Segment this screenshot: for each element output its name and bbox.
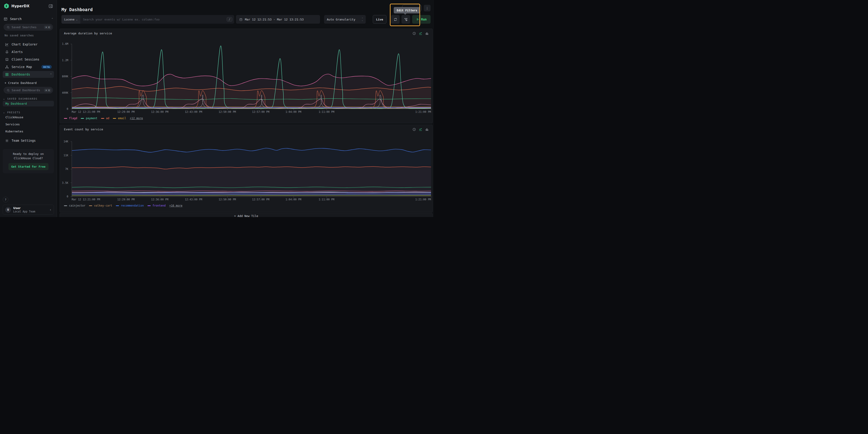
legend-item[interactable]: payment <box>81 117 97 120</box>
clickhouse-cloud-card: Ready to deploy on ClickHouse Cloud? Get… <box>3 149 54 173</box>
chart-panel-avg-duration: Average duration by service 1.6M1.2M800K… <box>60 29 433 123</box>
y-tick-label: 1.6M <box>62 42 68 45</box>
legend-swatch <box>64 118 67 119</box>
y-tick-label: 11K <box>63 154 68 157</box>
filter-edit-icon <box>404 18 408 22</box>
saved-dashboards-group-header[interactable]: ⌄ SAVED DASHBOARDS <box>0 97 57 100</box>
saved-dashboards-input[interactable]: Saved Dashboards ⌘ K <box>4 87 53 94</box>
legend-item[interactable]: cainjector <box>64 204 85 207</box>
sidebar-item-dashboards[interactable]: Dashboards ⌃ <box>3 71 54 78</box>
granularity-select[interactable]: Auto Granularity ⌃⌄ <box>324 15 366 24</box>
plot-area[interactable] <box>72 141 431 197</box>
chevron-down-icon: ⌄ <box>3 97 5 100</box>
search-section-label: Search <box>10 17 49 21</box>
page-title: My Dashboard <box>61 7 93 12</box>
chart-toolbar <box>412 32 429 35</box>
add-new-tile-button[interactable]: + Add New Tile <box>60 213 433 217</box>
y-tick-label: 1.2M <box>62 59 68 62</box>
bar-chart-icon[interactable] <box>425 128 429 131</box>
legend-label: cainjector <box>69 204 85 207</box>
sidebar-item-chart-explorer[interactable]: Chart Explorer <box>3 41 54 48</box>
run-label: Run <box>421 18 427 21</box>
chevron-up-icon: ⌃ <box>52 18 53 21</box>
sidebar-item-label: Service Map <box>11 65 39 69</box>
legend-more-link[interactable]: +16 more <box>169 204 183 207</box>
x-tick-mark <box>126 196 126 198</box>
x-tick-label: 1:11:00 PM <box>319 110 334 113</box>
legend-item[interactable]: recommendation <box>116 204 144 207</box>
user-meta: User Local App Team <box>13 206 47 213</box>
y-tick-mark <box>70 60 72 60</box>
clock-icon[interactable] <box>412 128 416 131</box>
y-tick-label: 400K <box>62 91 68 94</box>
y-tick-label: 7K <box>65 167 68 171</box>
y-tick-label: 3.5K <box>62 181 68 185</box>
chart-legend: flagdpaymentademail+12 more <box>64 117 143 120</box>
sidebar-item-client-sessions[interactable]: Client Sessions <box>3 56 54 63</box>
cloud-cta-text: Ready to deploy on ClickHouse Cloud? <box>5 152 52 161</box>
x-tick-label: 12:36:00 PM <box>151 110 168 113</box>
get-started-button[interactable]: Get Started for Free <box>8 163 49 170</box>
legend-label: flagd <box>69 117 77 120</box>
clock-icon[interactable] <box>412 32 416 35</box>
query-language-dropdown[interactable]: Lucene ⌄ <box>61 15 80 24</box>
chart-toolbar <box>412 128 429 131</box>
y-tick-label: 800K <box>62 75 68 78</box>
search-section-icon <box>4 17 7 21</box>
legend-more-link[interactable]: +12 more <box>130 117 143 120</box>
search-icon <box>7 89 10 92</box>
date-range-picker[interactable]: Mar 12 12:21:53 - Mar 12 13:21:53 <box>236 15 320 24</box>
query-search-bar: Lucene ⌄ Search your events w/ Lucene ex… <box>61 15 234 24</box>
x-tick-mark <box>261 109 261 110</box>
legend-item[interactable]: flagd <box>64 117 77 120</box>
refresh-button[interactable] <box>391 15 400 24</box>
user-card[interactable]: U User Local App Team › <box>3 205 54 215</box>
sidebar-collapse-icon[interactable] <box>49 4 53 8</box>
x-tick-mark <box>327 196 327 198</box>
x-tick-label: 12:36:00 PM <box>151 198 168 201</box>
y-tick-mark <box>70 169 72 169</box>
app-title: HyperDX <box>11 4 46 8</box>
team-settings-label: Team Settings <box>11 139 36 142</box>
plot-area[interactable] <box>72 44 431 109</box>
preset-clickhouse[interactable]: ClickHouse <box>3 114 54 120</box>
x-tick-label: 12:29:00 PM <box>117 198 134 201</box>
laptop-icon <box>5 58 9 61</box>
bar-chart-icon[interactable] <box>425 32 429 35</box>
preset-kubernetes[interactable]: Kubernetes <box>3 129 54 134</box>
avatar: U <box>5 207 11 213</box>
presets-group-header[interactable]: ⌄ PRESETS <box>0 111 57 114</box>
sidebar-item-service-map[interactable]: Service Map BETA <box>3 63 54 70</box>
create-dashboard-button[interactable]: + Create Dashboard <box>0 78 57 85</box>
preset-services[interactable]: Services <box>3 122 54 127</box>
x-tick-mark <box>431 196 431 198</box>
x-tick-label: 1:21:00 PM <box>415 110 431 113</box>
x-tick-label: 1:11:00 PM <box>319 198 334 201</box>
chevron-up-icon: ⌃ <box>50 73 52 76</box>
help-button[interactable]: ? <box>3 197 8 202</box>
sidebar-section-search[interactable]: Search ⌃ <box>0 16 57 22</box>
legend-item[interactable]: valkey-cart <box>89 204 112 207</box>
team-settings-button[interactable]: Team Settings <box>3 137 54 144</box>
live-button[interactable]: Live <box>373 15 386 24</box>
legend-item[interactable]: email <box>113 117 126 120</box>
legend-item[interactable]: frontend <box>148 204 166 207</box>
x-tick-mark <box>126 109 126 110</box>
line-chart-icon[interactable] <box>419 128 423 131</box>
date-range-value: Mar 12 12:21:53 - Mar 12 13:21:53 <box>245 18 304 21</box>
y-tick-mark <box>70 141 72 142</box>
legend-item[interactable]: ad <box>101 117 109 120</box>
slash-shortcut-key: / <box>227 17 232 22</box>
query-input[interactable]: Search your events w/ Lucene ex. column:… <box>80 15 227 24</box>
line-chart-icon[interactable] <box>419 32 423 35</box>
dashboard-menu-button[interactable]: ⋮ <box>424 5 431 11</box>
legend-swatch <box>113 118 116 119</box>
saved-searches-input[interactable]: Saved Searches ⌘ K <box>4 24 53 31</box>
legend-label: ad <box>106 117 109 120</box>
run-button[interactable]: Run <box>412 15 431 24</box>
edit-filters-button[interactable] <box>401 15 410 24</box>
bell-icon <box>5 50 9 54</box>
saved-dashboard-my-dashboard[interactable]: My Dashboard <box>3 101 54 106</box>
sidebar-item-alerts[interactable]: Alerts <box>3 48 54 55</box>
x-tick-label: 12:43:00 PM <box>185 198 202 201</box>
